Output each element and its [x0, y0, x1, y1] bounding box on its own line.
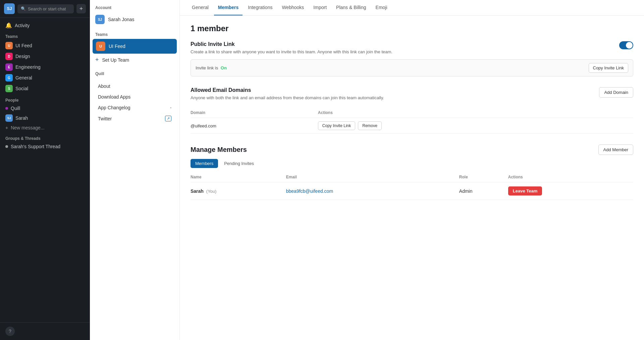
- general-avatar: G: [5, 74, 13, 81]
- allowed-email-domains-desc: Anyone with both the link and an email a…: [191, 95, 599, 101]
- setup-team-label: Set Up Team: [102, 57, 129, 63]
- sidebar-item-general[interactable]: G General: [0, 72, 90, 83]
- activity-label: Activity: [15, 23, 30, 28]
- content-area: 1 member Public Invite Link Create a lin…: [180, 16, 644, 340]
- sidebar: SJ 🔍 Search or start chat + 🔔 Activity T…: [0, 0, 90, 340]
- teams-section-label: Teams: [0, 30, 90, 40]
- member-you-label: (You): [206, 189, 217, 194]
- toggle-knob: [626, 42, 633, 49]
- user-avatar[interactable]: SJ: [4, 3, 15, 14]
- add-domain-button[interactable]: Add Domain: [599, 87, 633, 98]
- groups-threads-label: Groups & Threads: [0, 132, 90, 142]
- member-role: Admin: [459, 182, 508, 200]
- invite-link-on-badge: On: [221, 65, 227, 70]
- quill-app-changelog[interactable]: App Changelog •: [90, 102, 179, 113]
- quill-download-apps[interactable]: Download Apps: [90, 92, 179, 102]
- domain-value: @uifeed.com: [191, 118, 318, 134]
- invite-link-text-block: Public Invite Link Create a link to shar…: [191, 41, 392, 59]
- quill-status-dot: [5, 107, 8, 110]
- ui-feed-team-avatar: U: [96, 42, 105, 51]
- sidebar-item-engineering[interactable]: E Engineering: [0, 62, 90, 72]
- domain-copy-invite-link-button[interactable]: Copy Invite Link: [318, 121, 355, 130]
- tab-webhooks[interactable]: Webhooks: [278, 0, 308, 15]
- top-tabs: General Members Integrations Webhooks Im…: [180, 0, 644, 16]
- ui-feed-label: UI Feed: [15, 43, 32, 48]
- tab-plans-billing[interactable]: Plans & Billing: [332, 0, 370, 15]
- domain-row: @uifeed.com Copy Invite Link Remove: [191, 118, 633, 134]
- help-button[interactable]: ?: [5, 327, 15, 336]
- activity-icon: 🔔: [5, 22, 12, 29]
- tab-import[interactable]: Import: [309, 0, 331, 15]
- invite-link-toggle[interactable]: [619, 41, 633, 49]
- sarah-thread-label: Sarah's Support Thread: [11, 144, 60, 149]
- quill-twitter[interactable]: Twitter ↗: [90, 113, 179, 124]
- account-label: Account: [90, 0, 179, 12]
- ui-feed-avatar: U: [5, 42, 13, 49]
- members-tabs: Members Pending Invites: [191, 159, 633, 168]
- col-actions: Actions: [508, 172, 633, 182]
- sidebar-item-new-message[interactable]: + New message...: [0, 123, 90, 132]
- invite-link-header: Public Invite Link Create a link to shar…: [191, 41, 633, 59]
- allowed-email-domains-title: Allowed Email Domains: [191, 87, 599, 93]
- new-chat-button[interactable]: +: [76, 4, 86, 13]
- app-changelog-label: App Changelog: [98, 105, 130, 110]
- sidebar-item-quill[interactable]: Quill: [0, 104, 90, 113]
- search-icon: 🔍: [21, 6, 26, 11]
- sidebar-bottom: ?: [0, 322, 90, 340]
- col-email: Email: [286, 172, 459, 182]
- engineering-label: Engineering: [15, 64, 41, 70]
- sidebar-item-social[interactable]: S Social: [0, 83, 90, 94]
- design-avatar: D: [5, 53, 13, 60]
- sidebar-item-design[interactable]: D Design: [0, 51, 90, 62]
- twitter-label: Twitter: [98, 116, 112, 121]
- copy-invite-link-button[interactable]: Copy Invite Link: [589, 63, 629, 73]
- tab-members[interactable]: Members: [214, 0, 243, 15]
- members-count: 1 member: [191, 24, 633, 33]
- quill-section: About Download Apps App Changelog • Twit…: [90, 81, 179, 124]
- domain-col-header: Domain: [191, 108, 318, 118]
- manage-members-title: Manage Members: [191, 146, 247, 154]
- domain-table: Domain Actions @uifeed.com Copy Invite L…: [191, 108, 633, 134]
- account-team-ui-feed[interactable]: U UI Feed: [93, 39, 177, 54]
- about-label: About: [98, 83, 110, 89]
- sidebar-item-ui-feed[interactable]: U UI Feed: [0, 40, 90, 51]
- people-section-label: People: [0, 94, 90, 104]
- actions-col-header: Actions: [318, 108, 633, 118]
- account-setup-team[interactable]: + Set Up Team: [90, 54, 179, 66]
- account-panel: Account SJ Sarah Jonas Teams U UI Feed +…: [90, 0, 180, 340]
- account-user[interactable]: SJ Sarah Jonas: [90, 12, 179, 27]
- leave-team-button[interactable]: Leave Team: [508, 186, 542, 195]
- member-email: bbea9fcb@uifeed.com: [286, 188, 333, 194]
- public-invite-link-section: Public Invite Link Create a link to shar…: [191, 41, 633, 76]
- main-content: General Members Integrations Webhooks Im…: [180, 0, 644, 340]
- sarah-avatar: SJ: [5, 114, 13, 122]
- social-label: Social: [15, 86, 28, 91]
- changelog-dot: •: [170, 106, 171, 110]
- invite-link-box: Invite link is On Copy Invite Link: [191, 59, 633, 76]
- manage-members-header: Manage Members Add Member: [191, 145, 633, 155]
- add-member-button[interactable]: Add Member: [598, 145, 633, 155]
- sidebar-item-sarah-thread[interactable]: Sarah's Support Thread: [0, 142, 90, 151]
- members-tab-pending-invites[interactable]: Pending Invites: [219, 159, 259, 168]
- tab-integrations[interactable]: Integrations: [244, 0, 276, 15]
- members-tab-members[interactable]: Members: [191, 159, 218, 168]
- allowed-email-domains-section: Allowed Email Domains Anyone with both t…: [191, 87, 633, 134]
- search-bar[interactable]: 🔍 Search or start chat: [17, 4, 74, 13]
- sidebar-item-activity[interactable]: 🔔 Activity: [0, 20, 90, 30]
- account-user-name: Sarah Jonas: [108, 17, 135, 22]
- invite-link-status: Invite link is On: [196, 65, 227, 70]
- members-table: Name Email Role Actions Sarah (You) bbea…: [191, 172, 633, 200]
- tab-general[interactable]: General: [188, 0, 213, 15]
- new-message-label: New message...: [11, 125, 44, 130]
- sidebar-content: 🔔 Activity Teams U UI Feed D Design E En…: [0, 18, 90, 322]
- teams-label: Teams: [90, 27, 179, 39]
- quill-about[interactable]: About: [90, 81, 179, 92]
- sidebar-item-sarah[interactable]: SJ Sarah: [0, 113, 90, 123]
- domain-text-block: Allowed Email Domains Anyone with both t…: [191, 87, 599, 105]
- tab-emoji[interactable]: Emoji: [372, 0, 391, 15]
- domain-remove-button[interactable]: Remove: [358, 121, 382, 130]
- new-message-icon: +: [5, 125, 8, 130]
- col-role: Role: [459, 172, 508, 182]
- ui-feed-team-label: UI Feed: [109, 44, 125, 49]
- public-invite-link-desc: Create a link to share with anyone you w…: [191, 49, 392, 55]
